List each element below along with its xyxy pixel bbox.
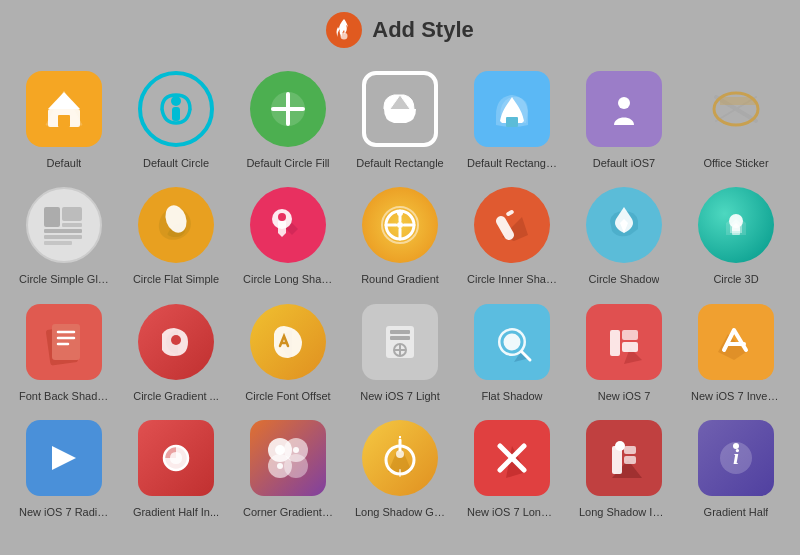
svg-rect-10: [506, 117, 518, 127]
svg-point-0: [341, 33, 348, 40]
svg-rect-52: [610, 330, 620, 356]
svg-rect-18: [44, 229, 82, 233]
icon-label: Default iOS7: [593, 156, 655, 170]
icon-flat-shadow[interactable]: Flat Shadow: [456, 295, 568, 411]
icon-label: Circle Simple Glass: [19, 272, 109, 286]
svg-point-11: [618, 97, 630, 109]
icon-label: Circle 3D: [713, 272, 758, 286]
icon-label: Corner Gradient ...: [243, 505, 333, 519]
svg-point-68: [396, 450, 404, 458]
icon-circle-long-shadow[interactable]: Circle Long Shad...: [232, 178, 344, 294]
icon-label: Default Rectangle: [356, 156, 443, 170]
icon-new-ios7-long-s[interactable]: New iOS 7 Long S...: [456, 411, 568, 527]
icon-new-ios7[interactable]: New iOS 7: [568, 295, 680, 411]
icon-default[interactable]: Default: [8, 62, 120, 178]
icon-gradient-half[interactable]: i Gradient Half: [680, 411, 792, 527]
svg-rect-19: [44, 235, 82, 239]
svg-point-64: [277, 463, 283, 469]
icon-new-ios7-light[interactable]: New iOS 7 Light: [344, 295, 456, 411]
icon-label: Circle Flat Simple: [133, 272, 219, 286]
svg-marker-56: [52, 446, 76, 470]
svg-point-62: [275, 445, 285, 455]
svg-point-42: [171, 335, 181, 345]
svg-rect-4: [58, 115, 70, 127]
icons-grid: Default Default Circle: [0, 58, 800, 531]
icon-font-back-shadow[interactable]: Font Back Shadow: [8, 295, 120, 411]
svg-point-35: [729, 214, 743, 228]
icon-corner-gradient[interactable]: Corner Gradient ...: [232, 411, 344, 527]
icon-gradient-half-in[interactable]: Gradient Half In...: [120, 411, 232, 527]
icon-label: Round Gradient: [361, 272, 439, 286]
icon-label: New iOS 7 Inverse: [691, 389, 781, 403]
icon-label: Default Rectangl...: [467, 156, 557, 170]
page-title: Add Style: [372, 17, 473, 43]
icon-circle-simple-glass[interactable]: Circle Simple Glass: [8, 178, 120, 294]
svg-point-5: [171, 96, 181, 106]
icon-label: Circle Long Shad...: [243, 272, 333, 286]
icon-default-circle-fill[interactable]: Default Circle Fill: [232, 62, 344, 178]
icon-label: Office Sticker: [703, 156, 768, 170]
svg-rect-36: [732, 227, 740, 235]
icon-label: Font Back Shadow: [19, 389, 109, 403]
svg-rect-54: [622, 342, 638, 352]
icon-default-rectangle-fill[interactable]: Default Rectangl...: [456, 62, 568, 178]
icon-circle-gradient[interactable]: Circle Gradient ...: [120, 295, 232, 411]
svg-rect-45: [390, 336, 410, 340]
icon-label: Gradient Half In...: [133, 505, 219, 519]
icon-circle-font-offset[interactable]: Circle Font Offset: [232, 295, 344, 411]
svg-rect-16: [44, 207, 60, 227]
icon-label: Gradient Half: [704, 505, 769, 519]
icon-label: Circle Inner Shad...: [467, 272, 557, 286]
svg-rect-74: [624, 456, 636, 464]
svg-point-24: [278, 213, 286, 221]
icon-label: New iOS 7 Radiant: [19, 505, 109, 519]
icon-label: Flat Shadow: [481, 389, 542, 403]
icon-label: Circle Shadow: [589, 272, 660, 286]
icon-default-rectangle[interactable]: Default Rectangle: [344, 62, 456, 178]
icon-label: New iOS 7 Light: [360, 389, 439, 403]
icon-label: Circle Gradient ...: [133, 389, 219, 403]
svg-point-30: [397, 222, 403, 228]
icon-circle-3d[interactable]: Circle 3D: [680, 178, 792, 294]
icon-default-circle[interactable]: Default Circle: [120, 62, 232, 178]
svg-rect-20: [44, 241, 72, 245]
flame-icon: [326, 12, 362, 48]
icon-round-gradient[interactable]: Round Gradient: [344, 178, 456, 294]
svg-rect-38: [52, 324, 80, 360]
icon-label: New iOS 7: [598, 389, 651, 403]
icon-new-ios7-radiant[interactable]: New iOS 7 Radiant: [8, 411, 120, 527]
icon-circle-flat-simple[interactable]: Circle Flat Simple: [120, 178, 232, 294]
icon-long-shadow-gr[interactable]: Long Shadow Gr...: [344, 411, 456, 527]
svg-point-31: [397, 210, 403, 216]
svg-rect-34: [506, 210, 515, 217]
svg-rect-12: [620, 93, 628, 97]
icon-circle-inner-shadow[interactable]: Circle Inner Shad...: [456, 178, 568, 294]
svg-marker-3: [48, 92, 80, 109]
icon-default-ios7[interactable]: Default iOS7: [568, 62, 680, 178]
icon-label: Long Shadow Gr...: [355, 505, 445, 519]
icon-label: Default: [47, 156, 82, 170]
svg-point-78: [733, 443, 739, 449]
icon-new-ios7-inverse[interactable]: New iOS 7 Inverse: [680, 295, 792, 411]
icon-label: Default Circle: [143, 156, 209, 170]
svg-rect-73: [624, 446, 636, 454]
svg-point-75: [615, 441, 625, 451]
svg-point-61: [284, 454, 308, 478]
svg-point-63: [293, 447, 299, 453]
svg-rect-44: [390, 330, 410, 334]
icon-office-sticker[interactable]: Office Sticker: [680, 62, 792, 178]
page-header: Add Style: [0, 0, 800, 58]
svg-rect-17: [62, 207, 82, 221]
icon-circle-shadow[interactable]: Circle Shadow: [568, 178, 680, 294]
icon-label: Circle Font Offset: [245, 389, 330, 403]
svg-rect-53: [622, 330, 638, 340]
icon-label: Long Shadow Inv...: [579, 505, 669, 519]
icon-label: New iOS 7 Long S...: [467, 505, 557, 519]
svg-rect-6: [172, 107, 180, 121]
icon-label: Default Circle Fill: [246, 156, 329, 170]
icon-long-shadow-inv[interactable]: Long Shadow Inv...: [568, 411, 680, 527]
svg-rect-21: [62, 223, 82, 227]
